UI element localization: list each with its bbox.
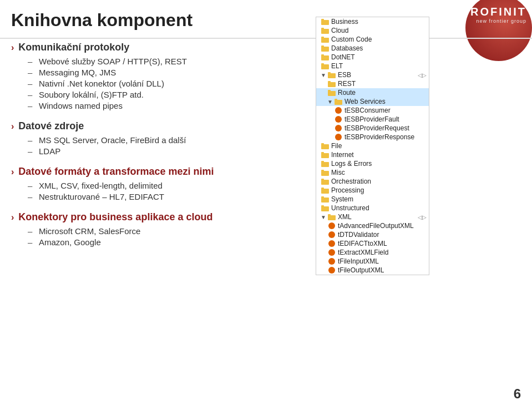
component-icon-tedifact	[327, 240, 336, 247]
svg-rect-12	[328, 73, 336, 78]
tree-item-esb[interactable]: ▼ ESB ◁▷	[316, 70, 429, 79]
tree-label-system: System	[331, 195, 353, 203]
tree-item-tesb-provider-fault[interactable]: tESBProviderFault	[316, 115, 429, 124]
section-header-datove-zdroje: › Datové zdroje	[11, 120, 288, 132]
arrow-icon-datove-zdroje: ›	[11, 122, 14, 131]
tree-item-xml[interactable]: ▼ XML ◁▷	[316, 212, 429, 221]
tree-item-cloud[interactable]: Cloud	[316, 26, 429, 35]
svg-rect-34	[321, 189, 329, 194]
svg-rect-1	[321, 19, 324, 21]
section-komunikacni: › Komunikační protokoly – Webové služby …	[11, 42, 288, 110]
tree-item-elt[interactable]: ELT	[316, 62, 429, 70]
folder-icon-webservices	[334, 98, 343, 105]
component-icon-tesb-provider-fault	[334, 115, 343, 123]
svg-rect-27	[321, 152, 324, 154]
tree-label-tesb-provider-response: tESBProviderResponse	[344, 133, 414, 141]
tree-item-route[interactable]: Route	[316, 88, 429, 97]
tree-label-tesb-consumer: tESBConsumer	[344, 107, 391, 114]
tree-label-file: File	[331, 142, 342, 150]
section-datove-zdroje: › Datové zdroje – MS SQL Server, Oracle,…	[11, 120, 288, 156]
expand-arrow-xml: ▼	[321, 214, 326, 220]
section-datove-formaty: › Datové formáty a transformace mezi nim…	[11, 166, 288, 201]
tree-label-tfileinputxml: tFileInputXML	[338, 257, 379, 265]
svg-rect-18	[335, 100, 342, 105]
svg-point-21	[335, 116, 342, 123]
tree-item-misc[interactable]: Misc	[316, 168, 429, 177]
tree-item-webservices[interactable]: ▼ Web Services	[316, 97, 429, 106]
tree-item-internet[interactable]: Internet	[316, 150, 429, 159]
folder-icon-esb	[327, 71, 336, 79]
svg-rect-8	[321, 55, 329, 60]
tree-label-databases: Databases	[331, 44, 363, 52]
tree-label-elt: ELT	[331, 62, 343, 70]
tree-label-tfileoutputxml: tFileOutputXML	[338, 266, 384, 274]
tree-panel: Business Cloud Custom Code Databases Dot…	[316, 17, 429, 275]
tree-item-tesb-consumer[interactable]: tESBConsumer	[316, 106, 429, 115]
tree-label-webservices: Web Services	[344, 98, 386, 105]
tree-item-textractxmlfield[interactable]: tExtractXMLField	[316, 248, 429, 257]
folder-icon-misc	[321, 169, 330, 176]
folder-icon	[321, 53, 330, 61]
folder-icon-unstructured	[321, 204, 330, 212]
folder-icon-route	[327, 89, 336, 97]
component-icon-tfileoutput	[327, 266, 336, 274]
tree-item-business[interactable]: Business	[316, 17, 429, 26]
svg-rect-17	[328, 90, 331, 92]
tree-item-tadvancedfileoutputxml[interactable]: tAdvancedFileOutputXML	[316, 221, 429, 230]
tree-label-tesb-provider-fault: tESBProviderFault	[344, 115, 399, 123]
tree-item-dotnet[interactable]: DotNET	[316, 53, 429, 62]
left-content: › Komunikační protokoly – Webové služby …	[11, 42, 288, 257]
svg-rect-29	[321, 161, 324, 163]
svg-rect-35	[321, 188, 324, 189]
svg-rect-13	[328, 72, 331, 74]
svg-rect-39	[321, 205, 324, 207]
svg-point-23	[335, 134, 342, 140]
tree-item-tedifactoxml[interactable]: tEDIFACTtoXML	[316, 239, 429, 248]
tree-item-tdtdvalidator[interactable]: tDTDValidator	[316, 230, 429, 239]
svg-rect-14	[328, 82, 336, 87]
svg-rect-16	[328, 91, 336, 96]
tree-item-custom-code[interactable]: Custom Code	[316, 35, 429, 44]
tree-item-databases[interactable]: Databases	[316, 44, 429, 53]
svg-rect-0	[321, 20, 329, 25]
tree-item-rest[interactable]: REST	[316, 79, 429, 88]
arrow-icon-komunikacni: ›	[11, 43, 14, 53]
tree-label-xml: XML	[338, 213, 352, 221]
component-icon-textract	[327, 249, 336, 256]
item-label: Windows named pipes	[39, 101, 123, 110]
tree-item-orchestration[interactable]: Orchestration	[316, 177, 429, 186]
tree-item-file[interactable]: File	[316, 141, 429, 150]
tree-item-tfileinputxml[interactable]: tFileInputXML	[316, 257, 429, 266]
tree-item-logs[interactable]: Logs & Errors	[316, 159, 429, 168]
svg-point-45	[328, 249, 335, 256]
tree-item-tesb-provider-request[interactable]: tESBProviderRequest	[316, 124, 429, 133]
tree-item-unstructured[interactable]: Unstructured	[316, 204, 429, 212]
item-label: Nativní .Net konektor (volání DLL)	[39, 79, 164, 88]
section-title-datove-formaty: Datové formáty a transformace mezi nimi	[18, 166, 214, 178]
folder-icon-xml	[327, 213, 336, 221]
section-title-datove-zdroje: Datové zdroje	[18, 120, 84, 132]
section-konektory: › Konektory pro business aplikace a clou…	[11, 211, 288, 247]
svg-rect-11	[321, 63, 324, 65]
svg-rect-28	[321, 162, 329, 167]
tree-label-internet: Internet	[331, 151, 354, 159]
folder-icon-rest	[327, 80, 336, 88]
svg-point-20	[335, 107, 342, 114]
tree-item-tesb-provider-response[interactable]: tESBProviderResponse	[316, 133, 429, 141]
page-number: 6	[514, 386, 521, 402]
dash-icon: –	[28, 68, 34, 77]
tree-item-system[interactable]: System	[316, 195, 429, 204]
list-item: – Webové služby SOAP / HTTP(S), REST	[28, 57, 288, 66]
svg-point-42	[328, 222, 335, 229]
title-divider	[0, 38, 532, 39]
tree-label-processing: Processing	[331, 186, 364, 194]
folder-icon-system	[321, 195, 330, 203]
svg-rect-31	[321, 170, 324, 171]
section-header-komunikacni: › Komunikační protokoly	[11, 42, 288, 53]
list-item: – Messaging MQ, JMS	[28, 68, 288, 77]
tree-item-processing[interactable]: Processing	[316, 186, 429, 195]
dash-icon: –	[28, 90, 34, 99]
svg-rect-4	[321, 38, 329, 43]
tree-item-tfileoutputxml[interactable]: tFileOutputXML	[316, 266, 429, 275]
tree-label-dotnet: DotNET	[331, 53, 355, 61]
